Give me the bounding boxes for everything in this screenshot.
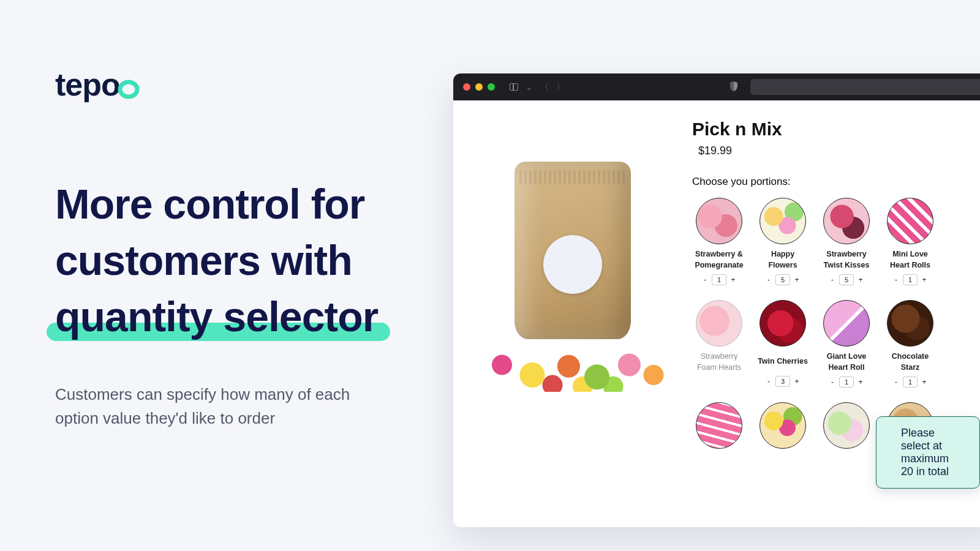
option-item: Strawberry Twist Kisses-5+ xyxy=(820,198,873,285)
option-name: Chocolate Starz xyxy=(883,351,937,373)
brand-logo: tepo xyxy=(55,66,447,103)
quantity-stepper: -5+ xyxy=(756,274,810,285)
option-item: Twin Cherries-3+ xyxy=(756,300,810,388)
quantity-stepper: -1+ xyxy=(883,274,937,285)
option-name: Strawberry Foam Hearts xyxy=(692,351,746,373)
option-item: Strawberry Foam Hearts xyxy=(692,300,746,388)
option-item: Mini Love Heart Rolls-1+ xyxy=(883,198,937,285)
qty-value[interactable]: 1 xyxy=(903,377,918,388)
sidebar-toggle-icon[interactable] xyxy=(510,83,518,91)
choose-label: Choose you portions: xyxy=(692,176,980,188)
qty-increase-button[interactable]: + xyxy=(856,378,865,386)
qty-decrease-button[interactable]: - xyxy=(892,276,900,284)
quantity-stepper: -5+ xyxy=(820,274,873,285)
quantity-stepper: -1+ xyxy=(692,274,746,285)
qty-value[interactable]: 3 xyxy=(775,376,790,387)
qty-decrease-button[interactable]: - xyxy=(892,378,900,386)
qty-value[interactable]: 1 xyxy=(712,274,726,285)
option-swatch[interactable] xyxy=(696,402,742,449)
qty-decrease-button[interactable]: - xyxy=(764,377,773,386)
option-swatch[interactable] xyxy=(696,198,742,244)
minimize-window-icon[interactable] xyxy=(475,83,483,91)
option-swatch[interactable] xyxy=(887,300,933,347)
quantity-stepper: -1+ xyxy=(883,377,937,388)
address-bar[interactable] xyxy=(750,79,980,95)
option-name: Strawberry & Pomegranate xyxy=(692,249,746,271)
maximize-window-icon[interactable] xyxy=(488,83,495,91)
brand-ring-icon xyxy=(118,70,141,107)
option-name: Twin Cherries xyxy=(756,351,810,372)
qty-decrease-button[interactable]: - xyxy=(828,276,837,284)
qty-increase-button[interactable]: + xyxy=(793,377,801,386)
headline-highlight: quantity selector xyxy=(55,293,378,340)
qty-increase-button[interactable]: + xyxy=(920,378,929,386)
option-item: Chocolate Starz-1+ xyxy=(883,300,937,388)
option-name: Giant Love Heart Roll xyxy=(820,351,873,373)
option-item xyxy=(692,402,746,454)
option-name: Mini Love Heart Rolls xyxy=(883,249,937,271)
chevron-down-icon[interactable]: ⌄ xyxy=(526,82,533,92)
quantity-stepper: -1+ xyxy=(820,377,873,388)
option-item xyxy=(820,402,873,454)
option-swatch[interactable] xyxy=(760,402,806,449)
option-item: Strawberry & Pomegranate-1+ xyxy=(692,198,746,285)
quantity-stepper: -3+ xyxy=(756,376,810,387)
qty-increase-button[interactable]: + xyxy=(920,276,929,284)
headline-line-2: customers with xyxy=(55,233,447,289)
qty-value[interactable]: 1 xyxy=(839,377,854,388)
nav-forward-icon[interactable]: 〉 xyxy=(556,81,565,92)
qty-increase-button[interactable]: + xyxy=(729,276,737,284)
option-swatch[interactable] xyxy=(760,198,806,244)
product-image xyxy=(472,162,674,394)
nav-back-icon[interactable]: 〈 xyxy=(540,81,549,92)
qty-value[interactable]: 1 xyxy=(903,274,918,285)
privacy-shield-icon[interactable] xyxy=(729,81,738,93)
close-window-icon[interactable] xyxy=(463,83,470,91)
selection-hint: Please select at maximum 20 in total xyxy=(876,416,980,489)
qty-value[interactable]: 5 xyxy=(775,274,790,285)
qty-value[interactable]: 5 xyxy=(839,274,854,285)
product-title: Pick n Mix xyxy=(692,119,980,140)
browser-titlebar: ⌄ 〈 〉 xyxy=(453,73,980,100)
option-swatch[interactable] xyxy=(823,300,870,347)
qty-increase-button[interactable]: + xyxy=(793,276,801,284)
option-swatch[interactable] xyxy=(823,402,870,449)
option-swatch[interactable] xyxy=(887,198,933,244)
option-item xyxy=(756,402,810,454)
qty-decrease-button[interactable]: - xyxy=(701,276,709,284)
headline: More control for customers with quantity… xyxy=(55,176,447,345)
option-name: Happy Flowers xyxy=(756,249,810,271)
option-swatch[interactable] xyxy=(760,300,806,347)
option-name: Strawberry Twist Kisses xyxy=(820,249,873,271)
subheadline: Customers can specify how many of each o… xyxy=(55,383,386,430)
option-item: Happy Flowers-5+ xyxy=(756,198,810,285)
product-price: $19.99 xyxy=(698,144,980,157)
svg-point-0 xyxy=(120,82,137,97)
qty-decrease-button[interactable]: - xyxy=(764,276,773,284)
headline-line-1: More control for xyxy=(55,176,447,233)
brand-name: tepo xyxy=(55,66,120,103)
option-swatch[interactable] xyxy=(696,300,742,347)
option-swatch[interactable] xyxy=(823,198,870,244)
qty-decrease-button[interactable]: - xyxy=(828,378,837,386)
option-item: Giant Love Heart Roll-1+ xyxy=(820,300,873,388)
qty-increase-button[interactable]: + xyxy=(856,276,865,284)
